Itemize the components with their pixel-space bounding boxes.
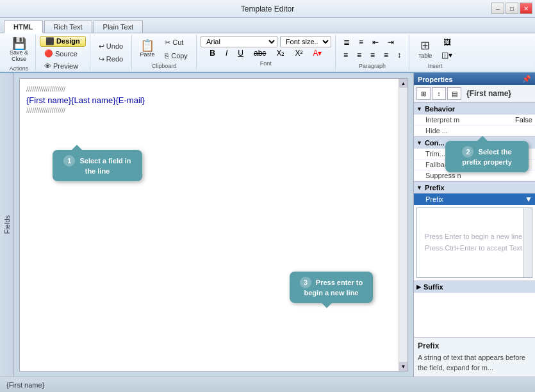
strikethrough-button[interactable]: abc [250, 47, 270, 59]
insert-image-button[interactable]: 🖼 [438, 37, 456, 48]
editor-scrollbar[interactable]: ▲ ▼ [399, 79, 407, 371]
font-row1: Arial Font size... [201, 36, 331, 47]
props-view-button[interactable]: ▤ [447, 87, 461, 100]
italic-button[interactable]: I [222, 47, 231, 59]
editor-content[interactable]: //////////////////// {First name}{Last n… [20, 79, 407, 120]
scroll-up-arrow[interactable]: ▲ [399, 79, 408, 88]
ribbon-group-actions: 💾 Save & Close Actions [3, 35, 36, 70]
close-button[interactable]: ✕ [520, 3, 532, 14]
status-text: {First name} [6, 381, 44, 389]
ribbon-group-clipboard: 📋 Paste ✂ Cut ⎘ Copy Clipboard [132, 35, 197, 70]
table-icon: ⊞ [420, 38, 430, 53]
list-ordered-button[interactable]: ≡ [355, 37, 367, 48]
paste-button[interactable]: 📋 Paste [136, 38, 159, 60]
font-size-select[interactable]: Font size... [280, 36, 331, 47]
tab-row: HTML Rich Text Plain Text [0, 18, 535, 33]
editor-area: ▲ ▼ //////////////////// {First name}{La… [14, 73, 413, 377]
prefix-dropdown-arrow[interactable]: ▼ [525, 195, 532, 204]
prefix-value-label: Prefix [416, 195, 443, 203]
tab-html[interactable]: HTML [4, 20, 43, 33]
window-title: Template Editor [241, 4, 294, 13]
undo-button[interactable]: ↩ Undo [94, 40, 128, 53]
save-icon: 💾 [12, 38, 26, 49]
font-label: Font [260, 60, 272, 67]
prefix-section-header[interactable]: ▼ Prefix [414, 181, 535, 193]
ribbon-group-mode: ⬛ Design 🔴 Source 👁 Preview Mode [36, 35, 90, 70]
underline-button[interactable]: U [234, 47, 247, 59]
insert-special-button[interactable]: ◫▾ [438, 49, 456, 61]
save-close-button[interactable]: 💾 Save & Close [6, 36, 31, 64]
copy-button[interactable]: ⎘ Copy [160, 50, 192, 61]
actions-buttons: 💾 Save & Close [6, 36, 31, 64]
source-icon: 🔴 [44, 49, 53, 58]
align-justify-button[interactable]: ≡ [380, 49, 392, 61]
tab-plain-text[interactable]: Plain Text [94, 20, 144, 33]
ribbon-group-paragraph: ≣ ≡ ⇤ ⇥ ≡ ≡ ≡ ≡ ↕ Paragraph [336, 35, 409, 70]
cut-copy-buttons: ✂ Cut ⎘ Copy [160, 37, 192, 61]
props-bottom-desc: A string of text that appears before the… [418, 353, 531, 373]
hide-row: Hide ... [414, 126, 535, 136]
align-right-button[interactable]: ≡ [366, 49, 379, 61]
font-row2: B I U abc X₂ X² A▾ [206, 47, 325, 59]
suffix-label: Suffix [424, 283, 443, 291]
field-email[interactable]: {E-mail} [115, 95, 145, 105]
minimize-button[interactable]: – [491, 3, 504, 14]
prefix-label: Prefix [425, 184, 445, 192]
tooltip-1: 1 Select a field in the line [53, 150, 142, 181]
properties-body: ▼ Behavior Interpret m False Hide ... ▼ … [414, 102, 535, 337]
paste-icon: 📋 [140, 40, 154, 51]
ribbon-group-insert: ⊞ Table 🖼 ◫▾ Insert [409, 35, 461, 70]
bold-button[interactable]: B [206, 47, 219, 59]
prefix-placeholder: Press Enter to begin a new line. Press C… [420, 226, 529, 259]
properties-bottom: Prefix A string of text that appears bef… [414, 337, 535, 377]
line-spacing-button[interactable]: ↕ [393, 49, 405, 61]
field-lastname[interactable]: {Last name} [71, 95, 115, 105]
behavior-section-header[interactable]: ▼ Behavior [414, 102, 535, 115]
fields-sidebar: Fields [0, 73, 14, 377]
font-family-select[interactable]: Arial [201, 36, 277, 47]
ribbon-group-font: Arial Font size... B I U abc X₂ X² A▾ Fo… [197, 35, 336, 70]
properties-panel: Properties 📌 ⊞ ↕ ▤ {First name} ▼ Behavi… [413, 73, 535, 377]
align-center-button[interactable]: ≡ [353, 49, 365, 61]
superscript-button[interactable]: X² [291, 47, 306, 59]
clipboard-label: Clipboard [152, 63, 177, 69]
behavior-arrow: ▼ [416, 106, 422, 112]
history-buttons: ↩ Undo ↪ Redo [94, 36, 128, 69]
tab-rich-text[interactable]: Rich Text [44, 20, 92, 33]
status-bar: {First name} [0, 377, 535, 392]
source-button[interactable]: 🔴 Source [40, 47, 82, 60]
editor-line-indicator: //////////////////// [26, 106, 401, 114]
mode-buttons: ⬛ Design 🔴 Source 👁 Preview [40, 36, 86, 72]
font-color-button[interactable]: A▾ [309, 47, 325, 59]
insert-extra-buttons: 🖼 ◫▾ [438, 37, 456, 61]
prefix-edit-area[interactable]: Press Enter to begin a new line. Press C… [416, 208, 532, 278]
field-firstname[interactable]: {First name} [26, 95, 71, 105]
props-sort-button[interactable]: ↕ [432, 87, 446, 100]
content-arrow: ▼ [416, 140, 422, 146]
prefix-scrollbar[interactable] [523, 208, 532, 277]
subscript-button[interactable]: X₂ [272, 47, 288, 59]
scroll-down-arrow[interactable]: ▼ [399, 362, 408, 371]
editor-placeholder: //////////////////// [26, 85, 401, 93]
table-button[interactable]: ⊞ Table [413, 37, 436, 61]
title-bar: Template Editor – □ ✕ [0, 0, 535, 18]
cut-button[interactable]: ✂ Cut [160, 37, 192, 49]
design-button[interactable]: ⬛ Design [40, 36, 86, 47]
preview-icon: 👁 [44, 62, 51, 70]
content-label: Con... [425, 139, 445, 147]
prefix-selected-row[interactable]: Prefix ▼ [414, 193, 535, 205]
para-row1: ≣ ≡ ⇤ ⇥ [340, 37, 405, 48]
tooltip-3: 3 Press enter to begin a new line [290, 272, 373, 303]
align-left-button[interactable]: ≡ [340, 49, 352, 61]
props-bottom-title: Prefix [418, 341, 531, 350]
indent-decrease-button[interactable]: ⇤ [368, 37, 383, 48]
redo-button[interactable]: ↪ Redo [94, 53, 128, 65]
preview-button[interactable]: 👁 Preview [40, 60, 83, 72]
list-unordered-button[interactable]: ≣ [340, 37, 354, 48]
suffix-section-header[interactable]: ▶ Suffix [414, 281, 535, 293]
insert-label: Insert [428, 63, 443, 69]
indent-increase-button[interactable]: ⇥ [384, 37, 398, 48]
props-categorize-button[interactable]: ⊞ [416, 87, 431, 100]
insert-buttons: ⊞ Table 🖼 ◫▾ [413, 36, 456, 61]
maximize-button[interactable]: □ [506, 3, 518, 14]
